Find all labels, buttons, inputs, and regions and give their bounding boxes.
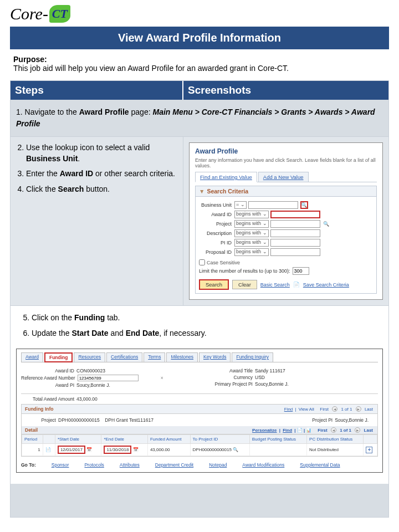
label-proposal-id: Proposal ID <box>199 249 234 255</box>
search-button[interactable]: Search <box>199 279 229 290</box>
primary-project-pi-value: Soucy,Bonnie J. <box>255 381 289 387</box>
input-description[interactable] <box>270 229 320 237</box>
start-date-input[interactable]: 12/01/2017 <box>58 446 85 454</box>
input-project[interactable] <box>270 220 320 228</box>
input-business-unit[interactable] <box>248 201 298 209</box>
shot1-intro: Enter any information you have and click… <box>195 157 377 168</box>
to-project-id: DPH000000000015 <box>193 447 232 452</box>
table-row: 1 📄 12/01/2017 📅 11/30/2018 📅 43,000.00 … <box>22 444 377 456</box>
purpose-text: This job aid will help you view an Award… <box>13 64 289 73</box>
currency-value: USD <box>255 375 265 380</box>
case-sensitive-checkbox[interactable] <box>199 259 205 265</box>
goto-supplemental-data[interactable]: Supplemental Data <box>300 462 340 468</box>
tab-milestones[interactable]: Milestones <box>166 352 198 362</box>
search-criteria-header[interactable]: ▼Search Criteria <box>196 186 376 197</box>
reference-award-input[interactable] <box>78 375 139 381</box>
tab-add-new[interactable]: Add a New Value <box>258 172 309 182</box>
header-screenshots: Screenshots <box>183 81 388 100</box>
op-proposal-id[interactable]: begins with ⌄ <box>234 248 269 256</box>
case-sensitive-label: Case Sensitive <box>207 260 240 265</box>
row-doc-icon[interactable]: 📄 <box>43 444 55 456</box>
step-1: 1. Navigate to the Award Profile page: M… <box>11 100 388 137</box>
award-title-value: Sandy 111617 <box>255 368 285 374</box>
input-proposal-id[interactable] <box>270 248 320 256</box>
project-desc: DPH Grant Test111617 <box>105 417 154 423</box>
title-bar: View Award Profile Information <box>10 27 389 49</box>
steps-panel-2: Click on the Funding tab. Update the Sta… <box>11 306 388 484</box>
save-search-link[interactable]: Save Search Criteria <box>303 282 349 288</box>
clear-button[interactable]: Clear <box>232 280 257 289</box>
limit-label: Limit the number of results to (up to 30… <box>199 268 290 274</box>
goto-attributes[interactable]: Attributes <box>120 462 140 468</box>
label-business-unit: Business Unit <box>199 202 234 208</box>
content-box: Steps Screenshots 1. Navigate to the Awa… <box>10 80 389 518</box>
goto-department-credit[interactable]: Department Credit <box>155 462 193 468</box>
project-pi-value: Soucy,Bonnie J. <box>335 417 369 423</box>
header-steps: Steps <box>11 81 183 100</box>
step-2: Use the lookup icon to select a valid Bu… <box>26 142 180 164</box>
op-description[interactable]: begins with ⌄ <box>234 229 269 237</box>
award-pi-value: Soucy,Bonnie J. <box>76 382 110 388</box>
logo-ct-text: CT <box>52 7 68 21</box>
op-project[interactable]: begins with ⌄ <box>234 220 269 228</box>
label-project: Project <box>199 221 234 227</box>
project-value: DPH000000000015 <box>58 417 100 423</box>
tab-find-existing[interactable]: Find an Existing Value <box>195 172 257 182</box>
tab-keywords[interactable]: Key Words <box>199 352 231 362</box>
lookup-to-project-icon[interactable]: 🔍 <box>233 447 238 452</box>
step-6: Update the Start Date and End Date, if n… <box>32 328 383 339</box>
prev-icon[interactable]: ◄ <box>332 406 337 412</box>
next-icon[interactable]: ► <box>356 406 361 412</box>
label-award-id: Award ID <box>199 212 234 217</box>
tab-award[interactable]: Award <box>21 352 43 362</box>
logo-text-left: Core- <box>10 4 48 23</box>
tab-certifications[interactable]: Certifications <box>106 352 142 362</box>
steps-panel-1: Use the lookup icon to select a valid Bu… <box>11 137 183 305</box>
basic-search-link[interactable]: Basic Search <box>260 282 290 288</box>
goto-award-modifications[interactable]: Award Modifications <box>242 462 284 468</box>
step-5: Click on the Funding tab. <box>32 313 383 324</box>
input-award-id[interactable] <box>270 211 320 218</box>
logo: Core- CT <box>10 0 389 27</box>
label-description: Description <box>199 231 234 236</box>
goto-label: Go To: <box>21 462 36 468</box>
purpose-label: Purpose: <box>13 55 47 64</box>
detail-table: Period *Start Date *End Date Funded Amou… <box>22 434 377 456</box>
save-icon: 📄 <box>293 282 300 288</box>
funding-nav: Find | View All First ◄ 1 of 1 ► Last <box>283 406 374 412</box>
op-business-unit[interactable]: = ⌄ <box>234 201 247 209</box>
limit-input[interactable] <box>293 267 309 275</box>
detail-title: Detail <box>25 427 38 433</box>
op-pi-id[interactable]: begins with ⌄ <box>234 239 269 247</box>
screenshot-panel-1: Award Profile Enter any information you … <box>183 137 388 305</box>
tab-funding[interactable]: Funding <box>44 352 73 362</box>
award-id-value: CON0000023 <box>76 368 105 374</box>
step-3: Enter the Award ID or other search crite… <box>26 168 180 180</box>
lookup-business-unit-icon[interactable]: 🔍 <box>300 201 308 209</box>
lookup-project-icon[interactable]: 🔍 <box>323 220 330 228</box>
tab-terms[interactable]: Terms <box>144 352 165 362</box>
funded-amount: 43,000.00 <box>147 444 190 456</box>
input-pi-id[interactable] <box>270 239 320 247</box>
total-award-amount: 43,000.00 <box>76 396 98 402</box>
logo-ct-badge: CT <box>49 5 70 23</box>
op-award-id[interactable]: begins with ⌄ <box>234 211 269 218</box>
goto-notepad[interactable]: Notepad <box>209 462 227 468</box>
tab-funding-inquiry[interactable]: Funding Inquiry <box>232 352 273 362</box>
funding-info-title: Funding Info <box>25 406 53 412</box>
shot1-title: Award Profile <box>195 147 377 155</box>
add-row-icon[interactable]: + <box>366 447 372 453</box>
goto-protocols[interactable]: Protocols <box>84 462 104 468</box>
purpose-block: Purpose: This job aid will help you view… <box>10 49 389 80</box>
pc-status: Not Distributed <box>307 444 364 456</box>
step-4: Click the Search button. <box>26 184 180 195</box>
goto-sponsor[interactable]: Sponsor <box>52 462 69 468</box>
end-date-input[interactable]: 11/30/2018 <box>104 446 131 454</box>
tab-resources[interactable]: Resources <box>74 352 105 362</box>
screenshot-funding: Award Funding Resources Certifications T… <box>16 349 383 473</box>
label-pi-id: PI ID <box>199 240 234 245</box>
